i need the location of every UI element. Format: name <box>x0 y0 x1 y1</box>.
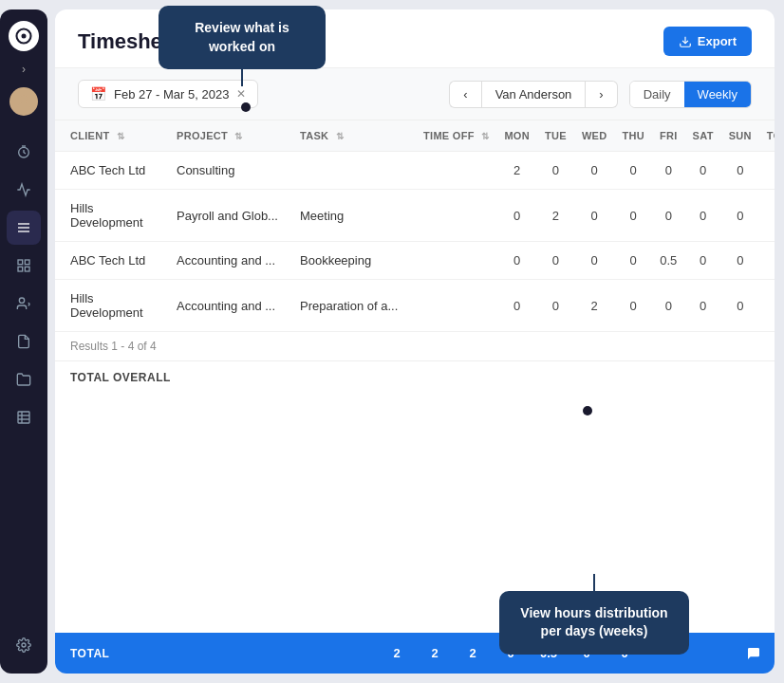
cell-sun-0: 0 <box>721 152 759 190</box>
expand-icon[interactable]: › <box>22 63 26 76</box>
sidebar-item-file[interactable] <box>7 324 41 359</box>
cell-fri-1: 0 <box>652 190 685 242</box>
view-daily-button[interactable]: Daily <box>630 82 684 107</box>
cell-fri-2: 0.5 <box>652 242 685 280</box>
cell-sun-2: 0 <box>721 242 759 280</box>
cell-client-3: Hills Development <box>55 280 169 332</box>
col-header-client: CLIENT ⇅ <box>55 120 169 152</box>
col-header-total: TOTAL ⇅ <box>759 120 775 152</box>
export-button[interactable]: Export <box>663 27 752 56</box>
svg-rect-8 <box>25 260 29 265</box>
svg-point-1 <box>22 34 27 39</box>
date-range-text: Feb 27 - Mar 5, 2023 <box>114 87 229 102</box>
view-weekly-button[interactable]: Weekly <box>684 82 751 107</box>
cell-tue-0: 0 <box>537 152 574 190</box>
cell-timeoff-1 <box>416 190 496 242</box>
table-container: CLIENT ⇅ PROJECT ⇅ TASK ⇅ TIME OFF <box>55 120 775 633</box>
col-header-sun: SUN <box>721 120 759 152</box>
cell-thu-0: 0 <box>614 152 652 190</box>
sidebar: › <box>0 9 47 674</box>
total-mon: 2 <box>378 633 416 674</box>
table-row: Hills Development Accounting and ... Pre… <box>55 280 775 332</box>
cell-timeoff-3 <box>416 280 496 332</box>
view-toggle: Daily Weekly <box>629 81 752 108</box>
sidebar-item-settings[interactable] <box>7 628 41 662</box>
results-count: Results 1 - 4 of 4 <box>55 332 775 361</box>
sidebar-item-list[interactable] <box>7 211 41 245</box>
svg-rect-9 <box>18 267 23 271</box>
svg-point-16 <box>22 643 26 647</box>
cell-mon-1: 0 <box>496 190 537 242</box>
cell-sat-2: 0 <box>685 242 721 280</box>
sort-task-icon[interactable]: ⇅ <box>336 131 344 141</box>
cell-sat-1: 0 <box>685 190 721 242</box>
cell-mon-3: 0 <box>496 280 537 332</box>
cell-sun-3: 0 <box>721 280 759 332</box>
table-row: Hills Development Payroll and Glob... Me… <box>55 190 775 242</box>
avatar[interactable] <box>9 87 38 116</box>
sort-timeoff-icon[interactable]: ⇅ <box>481 131 489 141</box>
sidebar-item-chart[interactable] <box>7 173 41 207</box>
sort-project-icon[interactable]: ⇅ <box>234 131 242 141</box>
cell-total-2: 0.5 <box>759 242 775 280</box>
cell-wed-2: 0 <box>574 242 615 280</box>
col-header-mon: MON <box>496 120 537 152</box>
cell-client-1: Hills Development <box>55 190 169 242</box>
cell-tue-1: 2 <box>537 190 574 242</box>
cell-sat-0: 0 <box>685 152 721 190</box>
col-header-project: PROJECT ⇅ <box>169 120 292 152</box>
date-clear-icon[interactable]: ✕ <box>236 87 246 101</box>
cell-total-3: 2 <box>759 280 775 332</box>
person-name: Van Anderson <box>481 81 587 108</box>
col-header-task: TASK ⇅ <box>292 120 416 152</box>
cell-tue-2: 0 <box>537 242 574 280</box>
cell-project-2: Accounting and ... <box>169 242 292 280</box>
cell-sun-1: 0 <box>721 190 759 242</box>
logo[interactable] <box>9 21 39 51</box>
cell-task-0 <box>292 152 416 190</box>
sidebar-item-grid[interactable] <box>7 249 41 283</box>
cell-task-2: Bookkeeping <box>292 242 416 280</box>
table-header-row: CLIENT ⇅ PROJECT ⇅ TASK ⇅ TIME OFF <box>55 120 775 152</box>
col-header-sat: SAT <box>685 120 721 152</box>
date-picker[interactable]: 📅 Feb 27 - Mar 5, 2023 ✕ <box>78 80 258 108</box>
table-row: ABC Tech Ltd Consulting 2 0 0 0 0 0 0 2 <box>55 152 775 190</box>
cell-client-0: ABC Tech Ltd <box>55 152 169 190</box>
dot-indicator-top <box>241 102 251 112</box>
svg-point-11 <box>19 298 24 303</box>
cell-project-0: Consulting <box>169 152 292 190</box>
total-overall-label: TOTAL OVERALL <box>55 361 775 390</box>
filters-row: 📅 Feb 27 - Mar 5, 2023 ✕ ‹ Van Anderson … <box>55 68 775 120</box>
cell-thu-3: 0 <box>614 280 652 332</box>
cell-total-1: 2 <box>759 190 775 242</box>
chat-button[interactable] <box>737 637 771 671</box>
dot-indicator-bottom <box>583 406 592 415</box>
cell-wed-0: 0 <box>574 152 615 190</box>
cell-fri-0: 0 <box>652 152 685 190</box>
cell-timeoff-2 <box>416 242 496 280</box>
calendar-icon: 📅 <box>90 86 106 102</box>
total-tue: 2 <box>416 633 454 674</box>
cell-mon-0: 2 <box>496 152 537 190</box>
cell-thu-1: 0 <box>614 190 652 242</box>
cell-wed-3: 2 <box>574 280 615 332</box>
cell-client-2: ABC Tech Ltd <box>55 242 169 280</box>
col-header-wed: WED <box>574 120 615 152</box>
cell-fri-3: 0 <box>652 280 685 332</box>
sidebar-item-timer[interactable] <box>7 135 41 169</box>
person-next-button[interactable]: › <box>586 81 617 108</box>
table-row: ABC Tech Ltd Accounting and ... Bookkeep… <box>55 242 775 280</box>
svg-rect-12 <box>18 412 29 423</box>
sidebar-item-table[interactable] <box>7 400 41 434</box>
cell-project-1: Payroll and Glob... <box>169 190 292 242</box>
sort-client-icon[interactable]: ⇅ <box>117 131 124 141</box>
cell-timeoff-0 <box>416 152 496 190</box>
sidebar-item-users[interactable] <box>7 286 41 321</box>
timesheet-table: CLIENT ⇅ PROJECT ⇅ TASK ⇅ TIME OFF <box>55 120 775 332</box>
cell-task-3: Preparation of a... <box>292 280 416 332</box>
main-content: Timesheet Export 📅 Feb 27 - Mar 5, 2023 … <box>55 9 775 674</box>
total-footer-label: TOTAL <box>55 634 378 674</box>
col-header-timeoff: TIME OFF ⇅ <box>416 120 496 152</box>
sidebar-item-folder[interactable] <box>7 362 41 397</box>
person-prev-button[interactable]: ‹ <box>449 81 480 108</box>
